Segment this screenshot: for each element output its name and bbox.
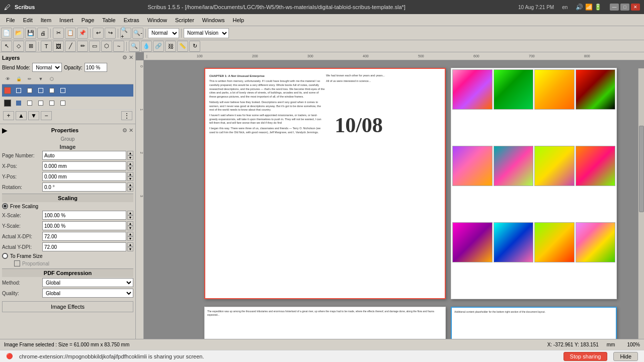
- opacity-input[interactable]: [85, 63, 107, 72]
- layer2-lock[interactable]: [24, 98, 35, 108]
- xpos-up[interactable]: ▲: [127, 161, 133, 166]
- xpos-input[interactable]: 0.000 mm: [42, 161, 126, 170]
- menu-insert[interactable]: Insert: [55, 16, 77, 24]
- layer1-edit[interactable]: [35, 85, 46, 96]
- xscale-input[interactable]: [42, 211, 126, 220]
- delete-layer-btn[interactable]: −: [41, 111, 52, 120]
- page-num-up[interactable]: ▲: [127, 151, 133, 155]
- ypos-input[interactable]: [42, 172, 126, 181]
- props-close-icon[interactable]: ✕: [129, 127, 133, 134]
- props-collapse-icon[interactable]: ▶: [2, 126, 8, 134]
- menu-edit[interactable]: Edit: [19, 16, 37, 24]
- vertical-scrollbar[interactable]: [638, 68, 644, 356]
- tb-copy[interactable]: 📋: [65, 28, 76, 39]
- layers-more-btn[interactable]: ⋮: [121, 111, 132, 120]
- menu-table[interactable]: Table: [98, 16, 119, 24]
- xscale-up[interactable]: ▲: [127, 211, 133, 215]
- layer2-edit[interactable]: [35, 98, 46, 108]
- ypos-up[interactable]: ▲: [127, 172, 133, 176]
- move-layer-down-btn[interactable]: ▼: [28, 111, 39, 120]
- add-layer-btn[interactable]: +: [3, 111, 14, 120]
- menu-extras[interactable]: Extras: [120, 16, 143, 24]
- layer1-print[interactable]: [57, 85, 68, 96]
- menu-page[interactable]: Page: [77, 16, 99, 24]
- tool-text[interactable]: T: [41, 41, 52, 52]
- minimize-button[interactable]: —: [610, 4, 619, 11]
- blend-mode-select[interactable]: Normal: [32, 63, 62, 72]
- to-frame-size-radio[interactable]: [2, 253, 8, 259]
- move-layer-up-btn[interactable]: ▲: [16, 111, 27, 120]
- tool-pencil[interactable]: ✏: [77, 41, 88, 52]
- image-effects-button[interactable]: Image Effects: [2, 301, 133, 312]
- layer1-vis[interactable]: [13, 85, 24, 96]
- tb-cut[interactable]: ✂: [53, 28, 64, 39]
- tool-table-2[interactable]: ⊞: [25, 41, 36, 52]
- tb-redo[interactable]: ↪: [105, 28, 116, 39]
- menu-file[interactable]: File: [2, 16, 19, 24]
- method-select[interactable]: Global Automatic JPEG: [42, 278, 133, 287]
- tool-bezier[interactable]: ~: [113, 41, 124, 52]
- tool-line[interactable]: ╱: [65, 41, 76, 52]
- tool-link[interactable]: 🔗: [153, 41, 164, 52]
- tool-image[interactable]: 🖼: [53, 41, 64, 52]
- tool-unlink[interactable]: ⛓: [165, 41, 176, 52]
- ydpi-up[interactable]: ▲: [127, 242, 133, 247]
- layer2-flow[interactable]: [46, 98, 57, 108]
- layer1-lock[interactable]: [24, 85, 35, 96]
- ypos-down[interactable]: ▼: [127, 176, 133, 181]
- canvas-wrapper[interactable]: CHAPTER 1: A Not Unusual Enterprise This…: [144, 60, 644, 362]
- tool-zoom[interactable]: 🔍: [129, 41, 140, 52]
- tb-paste[interactable]: 📌: [77, 28, 88, 39]
- tb-undo[interactable]: ↩: [93, 28, 104, 39]
- tb-zoom-in[interactable]: 🔍+: [120, 28, 131, 39]
- v-scroll-thumb[interactable]: [639, 126, 644, 212]
- rotation-up[interactable]: ▲: [127, 183, 133, 187]
- tool-node[interactable]: ◇: [13, 41, 24, 52]
- ydpi-input[interactable]: [42, 242, 126, 251]
- xscale-down[interactable]: ▼: [127, 215, 133, 220]
- menu-item[interactable]: Item: [37, 16, 55, 24]
- tb-open[interactable]: 📂: [13, 28, 24, 39]
- menu-windows[interactable]: Windows: [198, 16, 229, 24]
- close-button[interactable]: ✕: [631, 4, 640, 11]
- tool-measure[interactable]: 📏: [177, 41, 188, 52]
- tool-select[interactable]: ↖: [1, 41, 12, 52]
- props-settings-icon[interactable]: ⚙: [122, 127, 127, 134]
- tb-save[interactable]: 💾: [25, 28, 36, 39]
- yscale-input[interactable]: [42, 221, 126, 230]
- layer1-flow[interactable]: [46, 85, 57, 96]
- layers-settings-icon[interactable]: ⚙: [122, 54, 127, 61]
- xdpi-down[interactable]: ▼: [127, 236, 133, 241]
- menu-scripter[interactable]: Scripter: [171, 16, 198, 24]
- xdpi-up[interactable]: ▲: [127, 232, 133, 236]
- ydpi-down[interactable]: ▼: [127, 247, 133, 251]
- yscale-down[interactable]: ▼: [127, 226, 133, 230]
- maximize-button[interactable]: □: [620, 4, 629, 11]
- quality-select[interactable]: Global Maximum High: [42, 289, 133, 298]
- proportional-checkbox[interactable]: [14, 260, 20, 266]
- xdpi-input[interactable]: [42, 232, 126, 241]
- layer-row-1[interactable]: [2, 84, 133, 97]
- view-mode-select[interactable]: Normal Preview: [148, 28, 179, 38]
- yscale-up[interactable]: ▲: [127, 221, 133, 226]
- tb-zoom-out[interactable]: 🔍-: [132, 28, 143, 39]
- layer2-vis[interactable]: [13, 98, 24, 108]
- menu-help[interactable]: Help: [228, 16, 248, 24]
- stop-sharing-button[interactable]: Stop sharing: [564, 352, 608, 361]
- tb-print[interactable]: 🖨: [37, 28, 48, 39]
- layer-row-2[interactable]: [2, 97, 133, 110]
- free-scaling-radio[interactable]: [2, 203, 8, 209]
- rotation-down[interactable]: ▼: [127, 187, 133, 192]
- tool-eyedrop[interactable]: 💧: [141, 41, 152, 52]
- layer2-print[interactable]: [57, 98, 68, 108]
- tool-shape[interactable]: ▭: [89, 41, 100, 52]
- rotation-input[interactable]: [42, 183, 126, 192]
- page-number-input[interactable]: [42, 151, 126, 160]
- tool-polygon[interactable]: ⬡: [101, 41, 112, 52]
- vision-mode-select[interactable]: Normal Vision: [184, 28, 229, 38]
- xpos-down[interactable]: ▼: [127, 166, 133, 170]
- tool-rotate[interactable]: ↻: [189, 41, 200, 52]
- tb-new[interactable]: 📄: [1, 28, 12, 39]
- menu-window[interactable]: Window: [143, 16, 171, 24]
- layers-close-icon[interactable]: ✕: [129, 54, 133, 61]
